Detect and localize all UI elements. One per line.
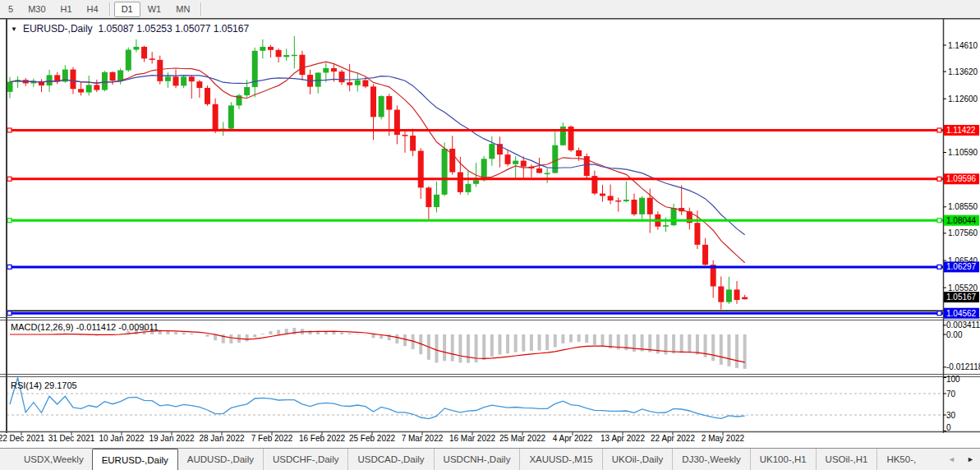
- timeframe-button-h1[interactable]: H1: [53, 2, 80, 17]
- macd-indicator-label: MACD(12,26,9) -0.011412 -0.009011: [11, 322, 159, 332]
- hline-handle: [7, 128, 12, 132]
- chart-area: 1.146101.136201.126001.105901.085501.075…: [0, 18, 980, 448]
- date-label: 16 Mar 2022: [449, 434, 496, 443]
- hline-handle: [937, 128, 941, 132]
- hline-handle: [7, 311, 12, 316]
- timeframe-button-w1[interactable]: W1: [140, 2, 169, 17]
- macd-axis-label: 0.00: [946, 330, 963, 339]
- date-label: 13 Apr 2022: [600, 434, 645, 443]
- tab-dj30weekly[interactable]: DJ30-,Weekly: [672, 449, 749, 470]
- hline-handle: [937, 219, 941, 223]
- rsi-indicator-label: RSI(14) 29.1705: [11, 380, 77, 390]
- chart-ohlc-values: 1.05087 1.05253 1.05077 1.05167: [99, 23, 250, 35]
- date-label: 25 Mar 2022: [499, 434, 546, 443]
- current-price-badge-label: 1.05167: [946, 293, 977, 302]
- chart-canvas[interactable]: 1.146101.136201.126001.105901.085501.075…: [0, 18, 980, 448]
- price-tick-label: 1.05520: [948, 283, 978, 293]
- macd-axis-label: 0.003411: [946, 320, 980, 329]
- hline-handle: [7, 177, 12, 181]
- price-tick-label: 1.14610: [948, 41, 978, 50]
- chart-title: ▼ EURUSD-,Daily 1.05087 1.05253 1.05077 …: [11, 23, 249, 35]
- chart-tab-bar: USDX,WeeklyEURUSD-,DailyAUDUSD-,DailyUSD…: [0, 448, 980, 470]
- hline-handle: [7, 219, 12, 223]
- rsi-axis-label: 100: [946, 375, 960, 384]
- tab-scroll-right-icon[interactable]: ►: [967, 455, 974, 463]
- tab-usoilh1[interactable]: USOil-,H1: [816, 449, 877, 470]
- chart-menu-arrow-icon[interactable]: ▼: [11, 25, 17, 33]
- date-label: 31 Dec 2021: [48, 434, 95, 443]
- timeframe-button-h4[interactable]: H4: [80, 2, 106, 17]
- price-badge-1.06297-label: 1.06297: [946, 262, 977, 271]
- timeframe-toolbar: 5M30H1H4D1W1MN: [0, 0, 980, 18]
- price-tick-label: 1.12600: [948, 94, 978, 104]
- tab-xauusdm15[interactable]: XAUUSD-,M15: [519, 449, 601, 470]
- price-tick-label: 1.07560: [948, 228, 978, 237]
- date-label: 25 Feb 2022: [349, 434, 396, 443]
- toolbar-separator: [109, 2, 111, 16]
- price-tick-label: 1.13620: [948, 67, 978, 76]
- mt4-window: 5M30H1H4D1W1MN 1.146101.136201.126001.10…: [0, 0, 980, 470]
- date-label: 10 Jan 2022: [99, 434, 144, 443]
- date-label: 7 Feb 2022: [251, 434, 293, 443]
- hline-handle: [937, 177, 941, 181]
- chart-background: [0, 18, 980, 448]
- date-label: 4 Apr 2022: [553, 434, 593, 443]
- tab-usdchfdaily[interactable]: USDCHF-,Daily: [263, 449, 348, 470]
- timeframe-button-m30[interactable]: M30: [21, 2, 53, 17]
- price-badge-1.09596-label: 1.09596: [946, 174, 977, 183]
- tab-hk50[interactable]: HK50-,: [876, 449, 925, 470]
- price-badge-1.08044-label: 1.08044: [946, 216, 977, 225]
- date-axis[interactable]: 22 Dec 202131 Dec 202110 Jan 202219 Jan …: [0, 432, 745, 443]
- date-label: 28 Jan 2022: [199, 434, 244, 443]
- hline-handle: [7, 265, 12, 269]
- price-badge-1.11422-label: 1.11422: [946, 126, 976, 135]
- date-label: 16 Feb 2022: [299, 434, 346, 443]
- tab-scroll-left-icon[interactable]: ◄: [948, 455, 955, 463]
- toolbar-separator: [200, 2, 202, 16]
- tab-ukoildaily[interactable]: UKOil-,Daily: [602, 449, 673, 470]
- tab-audusddaily[interactable]: AUDUSD-,Daily: [178, 449, 263, 470]
- date-label: 22 Apr 2022: [651, 434, 695, 443]
- tab-usdcnhdaily[interactable]: USDCNH-,Daily: [434, 449, 520, 470]
- hline-handle: [937, 311, 941, 316]
- hline-handle: [937, 265, 941, 269]
- date-label: 7 Mar 2022: [402, 434, 444, 443]
- tab-usdxweekly[interactable]: USDX,Weekly: [15, 449, 93, 470]
- date-label: 2 May 2022: [702, 434, 745, 443]
- price-badge-1.04562-label: 1.04562: [946, 309, 977, 318]
- macd-axis-label: -0.012118: [946, 362, 980, 371]
- rsi-axis-label: 30: [946, 411, 956, 420]
- timeframe-button-5[interactable]: 5: [1, 2, 21, 17]
- timeframe-button-mn[interactable]: MN: [168, 2, 197, 17]
- chart-symbol-label: EURUSD-,Daily: [23, 23, 93, 35]
- timeframe-button-d1[interactable]: D1: [114, 2, 140, 17]
- rsi-axis-label: 70: [946, 389, 956, 399]
- tab-eurusddaily[interactable]: EURUSD-,Daily: [92, 449, 178, 470]
- date-label: 19 Jan 2022: [149, 434, 194, 443]
- price-tick-label: 1.10590: [948, 148, 978, 157]
- price-tick-label: 1.08550: [948, 202, 978, 211]
- tab-uk100h1[interactable]: UK100-,H1: [750, 449, 816, 470]
- tab-scroll-buttons: ◄ ►: [942, 449, 980, 470]
- tab-usdcaddaily[interactable]: USDCAD-,Daily: [347, 449, 433, 470]
- date-label: 22 Dec 2021: [0, 434, 45, 443]
- rsi-axis-label: 0: [946, 423, 951, 432]
